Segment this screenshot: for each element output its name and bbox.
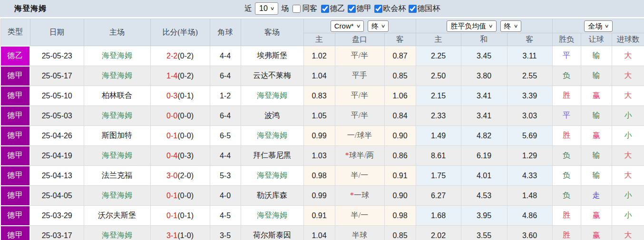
handicap-cell: 半/一	[335, 166, 384, 186]
corners-cell: 1-2	[210, 86, 241, 106]
away-team: 海登海姆	[241, 86, 303, 106]
handicap-result-cell: 赢	[581, 226, 612, 240]
home-team: 海登海姆	[84, 46, 150, 66]
recent-count-select[interactable]: 10∨	[255, 2, 278, 15]
away-team: 拜仁慕尼黑	[241, 146, 303, 166]
bookmaker-select[interactable]: Crow*∨	[331, 20, 364, 32]
handicap-result-cell: 输	[581, 106, 612, 126]
match-date: 25-05-23	[30, 46, 84, 66]
subcol-avg-away: 客	[507, 33, 552, 46]
ah-home-odds: 1.03	[303, 146, 335, 166]
match-date: 25-03-29	[30, 206, 84, 226]
league-badge: 德甲	[0, 166, 30, 186]
asian-handicap-group-header: Crow*∨ 终∨	[303, 19, 416, 33]
handicap-result-cell: 走	[581, 186, 612, 206]
chevron-down-icon: ∨	[356, 21, 361, 31]
full-time-score: 3-0	[166, 172, 177, 180]
handicap-result-cell: 赢	[581, 86, 612, 106]
away-team: 海登海姆	[241, 206, 303, 226]
ah-home-odds: 1.04	[303, 226, 335, 240]
ah-away-odds: 0.98	[384, 206, 416, 226]
league-checkbox-label: 欧会杯	[383, 4, 406, 12]
recent-count-value: 10	[259, 4, 268, 13]
ah-away-odds: 0.85	[384, 226, 416, 240]
avg-draw-odds: 4.82	[461, 126, 507, 146]
ah-away-odds: 0.90	[384, 186, 416, 206]
col-header-type: 类型	[0, 19, 30, 46]
score-cell: 0-3(0-1)	[150, 86, 210, 106]
avg-draw-odds: 3.41	[461, 86, 507, 106]
half-time-score: (0-2)	[177, 52, 194, 60]
table-row: 德甲25-03-17海登海姆3-1(1-0)3-5荷尔斯泰因1.04半球0.85…	[0, 226, 644, 240]
avg-home-odds: 8.61	[416, 146, 461, 166]
table-header: 类型 日期 主场 比分(半场) 角球 客场 Crow*∨ 终∨ 胜平负均值∨ 终…	[0, 19, 644, 46]
half-time-score: (2-0)	[177, 172, 194, 180]
score-cell: 3-1(1-0)	[150, 226, 210, 240]
league-badge: 德甲	[0, 226, 30, 240]
result-cell: 负	[552, 66, 581, 86]
half-time-score: (0-0)	[177, 192, 194, 200]
full-time-score: 3-1	[166, 231, 177, 240]
away-team: 云达不莱梅	[241, 66, 303, 86]
wdl-stage-select[interactable]: 终∨	[500, 20, 521, 32]
ah-stage-select-value: 终	[371, 21, 379, 31]
score-cell: 2-2(0-2)	[150, 46, 210, 66]
table-row: 德甲25-05-10柏林联合0-3(0-1)1-2海登海姆0.83平/半1.06…	[0, 86, 644, 106]
away-team: 勒沃库森	[241, 186, 303, 206]
league-checkbox[interactable]	[321, 5, 329, 13]
handicap-cell: 半球	[335, 226, 384, 240]
table-row: 德甲25-05-17海登海姆1-4(0-2)6-4云达不莱梅1.04平手0.85…	[0, 66, 644, 86]
handicap-cell: *一球	[335, 186, 384, 206]
score-cell: 0-1(0-0)	[150, 186, 210, 206]
subcol-avg-home: 主	[416, 33, 461, 46]
league-badge: 德甲	[0, 86, 30, 106]
avg-away-odds: 4.86	[507, 206, 552, 226]
scope-select[interactable]: 全场∨	[584, 20, 612, 32]
league-badge: 德乙	[0, 46, 30, 66]
home-team: 柏林联合	[84, 86, 150, 106]
live-star-icon: *	[350, 191, 354, 199]
ah-home-odds: 1.05	[303, 106, 335, 126]
league-badge: 德甲	[0, 106, 30, 126]
corners-cell: 4-5	[210, 206, 241, 226]
home-team: 海登海姆	[84, 66, 150, 86]
handicap-result-cell: 赢	[581, 206, 612, 226]
corners-cell: 6-4	[210, 106, 241, 126]
avg-away-odds: 1.48	[507, 186, 552, 206]
league-checkbox[interactable]	[374, 5, 382, 13]
corners-cell: 6-4	[210, 66, 241, 86]
ah-stage-select[interactable]: 终∨	[368, 20, 389, 32]
away-team: 荷尔斯泰因	[241, 226, 303, 240]
goals-result-cell: 小	[612, 186, 644, 206]
avg-draw-odds: 3.45	[461, 46, 507, 66]
corners-cell: 4-0	[210, 186, 241, 206]
half-time-score: (0-0)	[177, 112, 194, 120]
wdl-source-select[interactable]: 胜平负均值∨	[447, 20, 496, 32]
same-opponent-checkbox[interactable]	[293, 5, 301, 13]
goals-result-cell: 大	[612, 66, 644, 86]
score-cell: 1-4(0-2)	[150, 66, 210, 86]
result-cell: 胜	[552, 86, 581, 106]
corners-cell: 6-5	[210, 126, 241, 146]
table-row: 德甲25-03-29沃尔夫斯堡0-1(0-1)4-5海登海姆0.91半/一0.9…	[0, 206, 644, 226]
avg-away-odds: 1.29	[507, 146, 552, 166]
avg-away-odds: 3.39	[507, 86, 552, 106]
ah-home-odds: 0.99	[303, 126, 335, 146]
corners-cell: 3-5	[210, 226, 241, 240]
wdl-stage-select-value: 终	[504, 21, 511, 31]
handicap-result-cell: 输	[581, 146, 612, 166]
half-time-score: (1-0)	[177, 231, 194, 240]
match-history-table: 类型 日期 主场 比分(半场) 角球 客场 Crow*∨ 终∨ 胜平负均值∨ 终…	[0, 19, 644, 240]
score-cell: 0-0(0-0)	[150, 106, 210, 126]
league-checkbox[interactable]	[348, 5, 356, 13]
matches-label: 场	[281, 4, 289, 14]
full-time-score: 0-3	[166, 92, 177, 100]
full-time-score: 1-4	[166, 72, 177, 80]
league-checkbox[interactable]	[409, 5, 417, 13]
avg-home-odds: 1.49	[416, 126, 461, 146]
avg-draw-odds: 3.80	[461, 66, 507, 86]
ah-away-odds: 0.84	[384, 106, 416, 126]
ah-away-odds: 0.86	[384, 146, 416, 166]
home-team: 海登海姆	[84, 146, 150, 166]
avg-draw-odds: 3.41	[461, 106, 507, 126]
